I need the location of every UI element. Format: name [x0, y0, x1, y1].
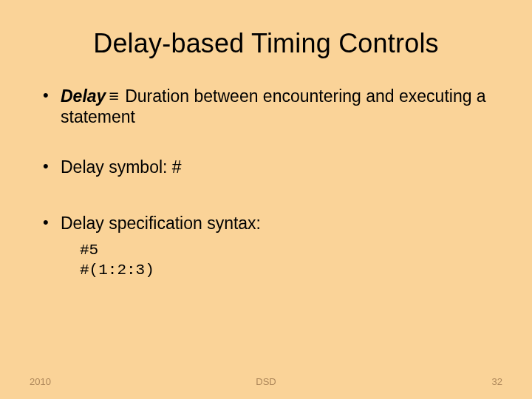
- footer-center: DSD: [256, 376, 276, 387]
- bullet-delay-syntax: Delay specification syntax:: [43, 213, 502, 233]
- delay-term: Delay: [61, 86, 106, 106]
- footer-page-number: 32: [492, 376, 502, 387]
- code-example: #5 #(1:2:3): [30, 241, 502, 281]
- equiv-symbol: ≡: [106, 86, 120, 106]
- footer-year: 2010: [30, 376, 51, 387]
- bullet-delay-definition: Delay≡ Duration between encountering and…: [43, 86, 502, 127]
- slide: Delay-based Timing Controls Delay≡ Durat…: [0, 0, 532, 399]
- bullet-list: Delay≡ Duration between encountering and…: [30, 86, 502, 233]
- delay-definition-text: Duration between encountering and execut…: [61, 86, 486, 126]
- bullet-delay-symbol: Delay symbol: #: [43, 157, 502, 177]
- slide-title: Delay-based Timing Controls: [30, 28, 502, 59]
